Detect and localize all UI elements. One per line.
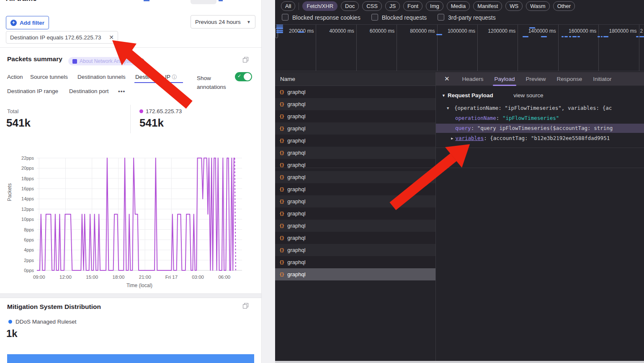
payload-query-row[interactable]: query: "query ipFlowTimeseries($accountT… bbox=[455, 125, 644, 131]
timeline-tick-label: 1600000 ms bbox=[559, 25, 599, 71]
divider bbox=[436, 148, 644, 148]
filter-pill-media[interactable]: Media bbox=[447, 1, 470, 11]
expand-card-icon[interactable] bbox=[243, 303, 248, 309]
request-row-graphql[interactable]: {}graphql bbox=[275, 110, 435, 122]
tab-destination-ip[interactable]: Destination IP ⓘ bbox=[135, 74, 177, 81]
detail-tab-headers[interactable]: Headers bbox=[462, 72, 484, 86]
stat-total-value: 541k bbox=[6, 117, 31, 130]
annotations-toggle[interactable]: ✓ bbox=[235, 72, 252, 81]
filter-pill-ws[interactable]: WS bbox=[505, 1, 523, 11]
svg-text:0pps: 0pps bbox=[24, 268, 34, 273]
analytics-panel: All traffic + Add filter Previous 24 hou… bbox=[0, 0, 275, 363]
checkbox-icon[interactable] bbox=[282, 14, 289, 21]
svg-text:6pps: 6pps bbox=[24, 237, 34, 242]
timeline-tick-label: 800000 ms bbox=[397, 25, 437, 71]
checkbox-icon[interactable] bbox=[371, 14, 378, 21]
request-row-graphql[interactable]: {}graphql bbox=[275, 122, 435, 135]
request-row-graphql[interactable]: {}graphql bbox=[275, 256, 435, 268]
timeline-ruler[interactable]: 200000 ms400000 ms600000 ms800000 ms1000… bbox=[275, 24, 644, 71]
filter-pill-other[interactable]: Other bbox=[553, 1, 575, 11]
detail-tab-payload[interactable]: Payload bbox=[495, 72, 515, 86]
svg-text:09:00: 09:00 bbox=[33, 275, 45, 280]
svg-text:03:00: 03:00 bbox=[192, 275, 204, 280]
json-key: operationName bbox=[455, 115, 496, 121]
request-payload-section[interactable]: ▼Request Payload view source bbox=[442, 91, 644, 99]
request-filter-pills: AllFetch/XHRDocCSSJSFontImgMediaManifest… bbox=[281, 1, 575, 11]
series-dot-icon bbox=[139, 109, 143, 113]
show-annotations-label: Show annotations bbox=[197, 74, 230, 91]
payload-variables-row[interactable]: ▶variables: {accountTag: "b12e3b2192ee55… bbox=[451, 135, 644, 141]
time-range-dropdown[interactable]: Previous 24 hours ▼ bbox=[191, 15, 255, 29]
filter-pill-js[interactable]: JS bbox=[385, 1, 400, 11]
timeline-scroll-handle[interactable] bbox=[275, 28, 278, 38]
divider bbox=[0, 47, 262, 48]
svg-text:12:00: 12:00 bbox=[59, 275, 72, 280]
detail-tab-response[interactable]: Response bbox=[556, 72, 582, 86]
filter-pill-doc[interactable]: Doc bbox=[341, 1, 359, 11]
svg-text:2pps: 2pps bbox=[24, 258, 34, 263]
tab-action[interactable]: Action bbox=[7, 74, 23, 80]
packets-timeseries-chart: 0pps2pps4pps6pps8pps10pps12pps14pps16pps… bbox=[0, 151, 262, 291]
filter-pill-manifest[interactable]: Manifest bbox=[473, 1, 502, 11]
request-row-graphql[interactable]: {}graphql bbox=[275, 159, 435, 171]
payload-operationname-row[interactable]: operationName: "ipFlowTimeseries" bbox=[455, 115, 644, 121]
request-name: graphql bbox=[287, 113, 305, 119]
request-row-graphql[interactable]: {}graphql bbox=[275, 86, 435, 98]
json-file-icon: {} bbox=[279, 272, 284, 277]
request-row-graphql[interactable]: {}graphql bbox=[275, 207, 435, 220]
panel-gutter bbox=[262, 0, 275, 363]
checkbox-icon[interactable] bbox=[438, 14, 444, 21]
request-row-graphql[interactable]: {}graphql bbox=[275, 268, 435, 280]
close-icon[interactable]: ✕ bbox=[109, 34, 114, 41]
request-name: graphql bbox=[287, 247, 305, 253]
waterfall-request-mark bbox=[603, 36, 608, 37]
json-value: "query ipFlowTimeseries($accountTag: str… bbox=[477, 125, 613, 131]
name-column-header[interactable]: Name bbox=[275, 72, 435, 86]
waterfall-request-mark bbox=[276, 28, 283, 29]
filter-pill-font[interactable]: Font bbox=[403, 1, 422, 11]
svg-text:Fri 17: Fri 17 bbox=[165, 275, 178, 280]
time-range-label: Previous 24 hours bbox=[195, 19, 241, 25]
request-row-graphql[interactable]: {}graphql bbox=[275, 171, 435, 183]
checkbox-blocked-response-cookies[interactable]: Blocked response cookies bbox=[282, 14, 361, 21]
more-tabs-button[interactable]: ••• bbox=[118, 88, 125, 94]
filter-pill-wasm[interactable]: Wasm bbox=[526, 1, 549, 11]
request-row-graphql[interactable]: {}graphql bbox=[275, 220, 435, 232]
request-row-graphql[interactable]: {}graphql bbox=[275, 98, 435, 110]
json-file-icon: {} bbox=[279, 259, 284, 265]
waterfall-request-mark bbox=[562, 36, 564, 37]
view-source-link[interactable]: view source bbox=[513, 92, 543, 99]
add-filter-button[interactable]: + Add filter bbox=[6, 16, 49, 29]
svg-text:8pps: 8pps bbox=[24, 227, 34, 232]
tab-destination-port[interactable]: Destination port bbox=[69, 88, 109, 94]
request-row-graphql[interactable]: {}graphql bbox=[275, 244, 435, 256]
expand-card-icon[interactable] bbox=[243, 57, 248, 62]
json-file-icon: {} bbox=[279, 187, 284, 192]
about-network-analytics-badge[interactable]: About Network Analytics bbox=[68, 57, 138, 65]
svg-text:4pps: 4pps bbox=[24, 247, 34, 252]
detail-tab-preview[interactable]: Preview bbox=[526, 72, 546, 86]
add-filter-label: Add filter bbox=[20, 20, 44, 26]
filter-pill-fetch-xhr[interactable]: Fetch/XHR bbox=[302, 1, 337, 11]
detail-tab-initiator[interactable]: Initiator bbox=[593, 72, 611, 86]
request-row-graphql[interactable]: {}graphql bbox=[275, 232, 435, 244]
payload-preview-line[interactable]: ▼ {operationName: "ipFlowTimeseries", va… bbox=[447, 105, 644, 111]
close-panel-icon[interactable]: ✕ bbox=[444, 75, 450, 83]
checkbox-blocked-requests[interactable]: Blocked requests bbox=[371, 14, 427, 21]
filter-chip[interactable]: Destination IP equals 172.65.225.73 ✕ bbox=[6, 31, 118, 44]
tab-destination-tunnels[interactable]: Destination tunnels bbox=[77, 74, 126, 80]
seam-line bbox=[275, 168, 644, 168]
mitigation-title: Mitigation System Distribution bbox=[7, 303, 101, 311]
request-row-graphql[interactable]: {}graphql bbox=[275, 147, 435, 159]
filter-pill-css[interactable]: CSS bbox=[362, 1, 382, 11]
request-row-graphql[interactable]: {}graphql bbox=[275, 183, 435, 195]
filter-pill-all[interactable]: All bbox=[281, 1, 295, 11]
request-row-graphql[interactable]: {}graphql bbox=[275, 135, 435, 147]
tab-source-tunnels[interactable]: Source tunnels bbox=[30, 74, 68, 80]
svg-text:12pps: 12pps bbox=[21, 207, 34, 212]
checkbox-3rd-party-requests[interactable]: 3rd-party requests bbox=[438, 14, 496, 21]
request-row-graphql[interactable]: {}graphql bbox=[275, 195, 435, 207]
tab-destination-ip-range[interactable]: Destination IP range bbox=[7, 88, 58, 94]
filter-pill-img[interactable]: Img bbox=[426, 1, 443, 11]
request-name: graphql bbox=[287, 101, 305, 107]
